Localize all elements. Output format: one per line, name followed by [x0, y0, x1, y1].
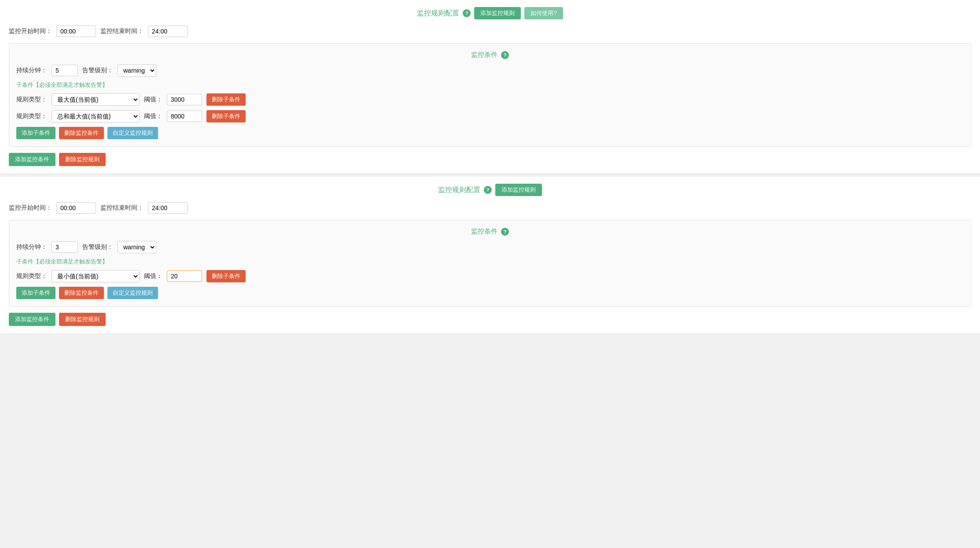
- panel-2-add-sub-button[interactable]: 添加子条件: [16, 287, 55, 299]
- panel-2-delete-condition-button[interactable]: 删除监控条件: [59, 287, 104, 299]
- panel-2-condition-box: 监控条件 ? 持续分钟： 告警级别： warning critical info…: [9, 220, 971, 307]
- panel-1-alert-level-label: 告警级别：: [82, 67, 113, 74]
- panel-1-end-time-label: 监控结束时间：: [100, 27, 144, 35]
- panel-1-add-condition-button[interactable]: 添加监控条件: [9, 153, 55, 166]
- panel-2-rule-row-1: 规则类型： 最大值(当前值) 总和最大值(当前值) 最小值(当前值) 阈值： 删…: [16, 270, 964, 282]
- panel-1-duration-input[interactable]: [52, 65, 78, 76]
- panel-1-help-icon[interactable]: ?: [463, 9, 471, 17]
- panel-1-time-row: 监控开始时间： 监控结束时间：: [9, 26, 971, 37]
- panel-2-add-rule-button[interactable]: 添加监控规则: [495, 184, 542, 196]
- panel-1-delete-condition-button[interactable]: 删除监控条件: [59, 127, 104, 139]
- panel-1-condition-box: 监控条件 ? 持续分钟： 告警级别： warning critical info…: [9, 43, 971, 147]
- panel-1-duration-label: 持续分钟：: [16, 67, 47, 74]
- panel-2-duration-row: 持续分钟： 告警级别： warning critical info: [16, 241, 964, 253]
- panel-2-alert-level-label: 告警级别：: [82, 243, 113, 251]
- panel-1-how-to-use-button[interactable]: 如何使用?: [524, 7, 563, 19]
- panel-1-start-time-input[interactable]: [56, 26, 96, 37]
- panel-1-condition-help-icon[interactable]: ?: [501, 51, 509, 59]
- panel-1-add-rule-button[interactable]: 添加监控规则: [474, 7, 521, 19]
- panel-2-duration-label: 持续分钟：: [16, 243, 47, 251]
- panel-1-rule-1-type-select[interactable]: 最大值(当前值) 总和最大值(当前值) 最小值(当前值): [52, 93, 140, 106]
- panel-1-rule-2-threshold-input[interactable]: [167, 111, 202, 122]
- panel-1-alert-level-select[interactable]: warning critical info: [118, 64, 156, 77]
- panel-1-rule-2-delete-button[interactable]: 删除子条件: [206, 110, 246, 122]
- panel-1-rule-2-type-select[interactable]: 最大值(当前值) 总和最大值(当前值) 最小值(当前值): [52, 110, 140, 122]
- panel-1-start-time-label: 监控开始时间：: [9, 27, 52, 35]
- panel-1-rule-1-threshold-input[interactable]: [167, 94, 202, 105]
- panel-1-rule-1-delete-button[interactable]: 删除子条件: [206, 93, 246, 106]
- panel-2-alert-level-select[interactable]: warning critical info: [118, 241, 156, 253]
- panel-1-header: 监控规则配置 ? 添加监控规则 如何使用?: [9, 7, 971, 19]
- panel-1-rule-2-threshold-label: 阈值：: [144, 112, 162, 120]
- panel-2-add-condition-button[interactable]: 添加监控条件: [9, 313, 55, 326]
- panel-2: 监控规则配置 ? 添加监控规则 监控开始时间： 监控结束时间： 监控条件 ? 持…: [0, 177, 980, 333]
- panel-1-rule-1-label: 规则类型：: [16, 96, 47, 104]
- panel-2-end-time-input[interactable]: [148, 202, 188, 214]
- panel-2-time-row: 监控开始时间： 监控结束时间：: [9, 202, 971, 214]
- panel-1-condition-title: 监控条件: [471, 51, 497, 59]
- panel-1-rule-row-2: 规则类型： 最大值(当前值) 总和最大值(当前值) 最小值(当前值) 阈值： 删…: [16, 110, 964, 122]
- panel-2-header: 监控规则配置 ? 添加监控规则: [9, 184, 971, 196]
- panel-1-title: 监控规则配置: [417, 9, 459, 18]
- panel-2-rule-1-label: 规则类型：: [16, 272, 47, 280]
- panel-2-footer: 添加监控条件 删除监控规则: [9, 313, 971, 326]
- panel-2-rule-1-delete-button[interactable]: 删除子条件: [206, 270, 246, 282]
- panel-1-footer: 添加监控条件 删除监控规则: [9, 153, 971, 166]
- panel-1-custom-rule-button[interactable]: 自定义监控规则: [107, 127, 158, 139]
- panel-2-rule-1-threshold-input[interactable]: [167, 270, 202, 282]
- panel-2-condition-bottom-buttons: 添加子条件 删除监控条件 自定义监控规则: [16, 287, 964, 299]
- panel-1: 监控规则配置 ? 添加监控规则 如何使用? 监控开始时间： 监控结束时间： 监控…: [0, 0, 980, 173]
- panel-2-rule-1-type-select[interactable]: 最大值(当前值) 总和最大值(当前值) 最小值(当前值): [52, 270, 140, 282]
- panel-1-rule-2-label: 规则类型：: [16, 112, 47, 120]
- panel-2-title: 监控规则配置: [438, 185, 480, 195]
- panel-1-condition-header: 监控条件 ?: [16, 51, 964, 59]
- panel-2-custom-rule-button[interactable]: 自定义监控规则: [107, 287, 158, 299]
- panel-2-end-time-label: 监控结束时间：: [100, 204, 144, 212]
- panel-2-condition-header: 监控条件 ?: [16, 227, 964, 236]
- panel-2-condition-title: 监控条件: [471, 227, 497, 236]
- panel-2-start-time-input[interactable]: [56, 202, 96, 214]
- panel-1-sub-condition-title: 子条件【必须全部满足才触发告警】: [16, 81, 964, 89]
- panel-1-rule-1-threshold-label: 阈值：: [144, 96, 162, 104]
- panel-1-condition-bottom-buttons: 添加子条件 删除监控条件 自定义监控规则: [16, 127, 964, 139]
- panel-1-add-sub-button[interactable]: 添加子条件: [16, 127, 55, 139]
- panel-1-end-time-input[interactable]: [148, 26, 188, 37]
- panel-1-delete-rule-button[interactable]: 删除监控规则: [59, 153, 106, 166]
- panel-2-condition-help-icon[interactable]: ?: [501, 228, 509, 236]
- panel-2-sub-condition-title: 子条件【必须全部满足才触发告警】: [16, 258, 964, 266]
- panel-2-help-icon[interactable]: ?: [484, 186, 492, 194]
- panel-2-rule-1-threshold-label: 阈值：: [144, 272, 162, 280]
- panel-2-delete-rule-button[interactable]: 删除监控规则: [59, 313, 106, 326]
- panel-2-start-time-label: 监控开始时间：: [9, 204, 52, 212]
- panel-1-duration-row: 持续分钟： 告警级别： warning critical info: [16, 64, 964, 77]
- panel-1-rule-row-1: 规则类型： 最大值(当前值) 总和最大值(当前值) 最小值(当前值) 阈值： 删…: [16, 93, 964, 106]
- panel-2-duration-input[interactable]: [52, 241, 78, 253]
